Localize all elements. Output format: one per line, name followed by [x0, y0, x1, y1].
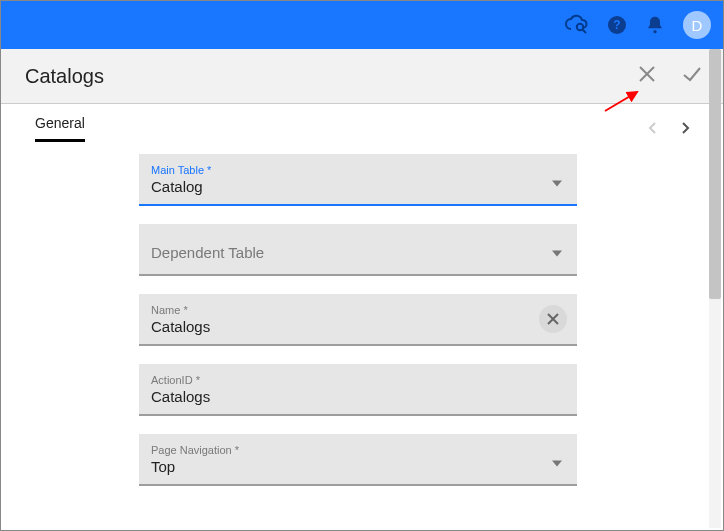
chevron-down-icon	[551, 454, 563, 472]
avatar[interactable]: D	[683, 11, 711, 39]
tab-row: General	[1, 104, 723, 142]
field-value: Catalogs	[151, 388, 565, 406]
chevron-down-icon	[551, 244, 563, 262]
top-app-bar: ? D	[1, 1, 723, 49]
svg-point-4	[653, 30, 656, 33]
next-button[interactable]	[671, 114, 699, 142]
close-icon[interactable]	[637, 64, 657, 88]
main-table-select[interactable]: Main Table * Catalog	[139, 154, 577, 206]
field-label: Main Table *	[151, 164, 565, 176]
field-value: Catalog	[151, 178, 565, 196]
svg-text:?: ?	[613, 18, 620, 32]
svg-point-0	[577, 24, 583, 30]
clear-icon[interactable]	[539, 305, 567, 333]
scrollbar-thumb[interactable]	[709, 49, 721, 299]
prev-button[interactable]	[639, 114, 667, 142]
name-input[interactable]: Name * Catalogs	[139, 294, 577, 346]
field-label: Name *	[151, 304, 565, 316]
form: Main Table * Catalog Dependent Table Nam…	[1, 142, 723, 486]
help-icon[interactable]: ?	[607, 15, 627, 35]
scrollbar[interactable]	[709, 49, 721, 528]
chevron-down-icon	[551, 174, 563, 192]
page-navigation-select[interactable]: Page Navigation * Top	[139, 434, 577, 486]
svg-marker-8	[552, 251, 562, 257]
field-value: Catalogs	[151, 318, 565, 336]
page-header: Catalogs	[1, 49, 723, 104]
field-label: Page Navigation *	[151, 444, 565, 456]
field-label: Dependent Table	[151, 244, 565, 261]
bell-icon[interactable]	[645, 15, 665, 35]
confirm-check-icon[interactable]	[681, 63, 703, 89]
svg-line-1	[583, 30, 587, 34]
action-id-input[interactable]: ActionID * Catalogs	[139, 364, 577, 416]
cloud-search-icon[interactable]	[565, 14, 589, 36]
page-title: Catalogs	[25, 65, 104, 88]
svg-marker-7	[552, 181, 562, 187]
svg-marker-11	[552, 461, 562, 467]
field-label: ActionID *	[151, 374, 565, 386]
dependent-table-select[interactable]: Dependent Table	[139, 224, 577, 276]
tab-general[interactable]: General	[35, 115, 85, 142]
field-value: Top	[151, 458, 565, 476]
